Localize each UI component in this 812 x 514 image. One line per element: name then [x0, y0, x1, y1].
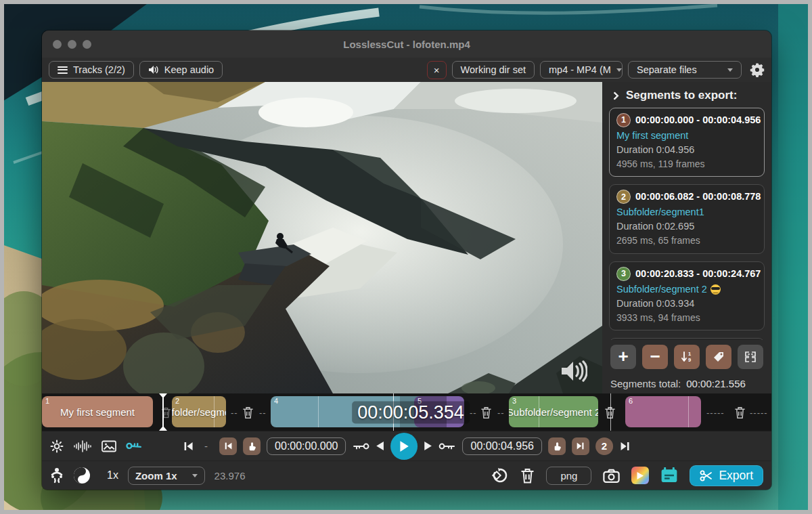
chevron-down-icon — [616, 68, 622, 72]
merge-segments-button[interactable] — [738, 345, 763, 369]
chevron-down-icon — [727, 68, 733, 72]
speaker-icon — [148, 65, 159, 74]
mute-speaker-icon[interactable] — [560, 360, 587, 383]
waveform-icon[interactable] — [74, 440, 91, 452]
output-mode-select[interactable]: Separate files — [628, 61, 742, 79]
scissors-icon — [700, 470, 713, 481]
hand-point-icon — [247, 442, 256, 451]
play-icon — [399, 440, 410, 452]
timeline-segment-6[interactable]: 6 — [625, 396, 701, 427]
segment-duration: Duration 0:04.956 — [616, 143, 757, 157]
toolbar: Tracks (2/2) Keep audio × Working dir se… — [42, 58, 771, 82]
format-select[interactable]: mp4 - MP4 (M — [540, 61, 623, 79]
gap-dashes: -- — [259, 407, 267, 417]
add-segment-button[interactable]: + — [610, 345, 636, 369]
cut-end-time-field[interactable]: 00:00:04.956 — [463, 437, 542, 455]
svg-text:1: 1 — [688, 351, 691, 357]
timeline-segment-3[interactable]: 3 Subfolder/segment 2 — [509, 396, 598, 427]
gap-dashes: -- — [470, 407, 477, 417]
keep-audio-label: Keep audio — [164, 64, 214, 75]
trash-icon[interactable] — [242, 406, 254, 419]
tracks-button[interactable]: Tracks (2/2) — [49, 61, 134, 79]
seek-next-keyframe-button[interactable] — [439, 442, 457, 451]
bottom-bar: 1x Zoom 1x 23.976 png — [42, 461, 771, 490]
segment-range: 00:00:00.000 - 00:00:04.956 — [635, 113, 761, 127]
app-window: LosslessCut - lofoten.mp4 Tracks (2/2) K… — [42, 30, 771, 490]
gap-dashes: ----- — [750, 407, 768, 417]
capture-format-button[interactable]: png — [546, 467, 591, 485]
chevron-down-icon — [192, 474, 198, 477]
gap-marker-line — [610, 393, 611, 431]
timeline-settings-gear-icon[interactable] — [50, 440, 64, 453]
segments-total: Segments total: 00:00:21.556 — [609, 374, 765, 393]
sort-segments-button[interactable]: 19 — [674, 345, 700, 369]
play-button[interactable] — [391, 433, 418, 460]
fps-value: 23.976 — [215, 470, 246, 481]
timeline[interactable]: 1 My first segment 2 Subfolder/segment1 … — [42, 393, 771, 431]
segment-card[interactable]: 3 00:00:20.833 - 00:00:24.767 Subfolder/… — [609, 261, 765, 330]
thumbnails-icon[interactable] — [102, 440, 116, 452]
segment-badge: 3 — [616, 267, 631, 281]
current-segment-badge[interactable]: 2 — [595, 437, 613, 455]
video-preview[interactable] — [42, 82, 602, 393]
segment-badge: 1 — [616, 113, 631, 127]
sort-numeric-icon: 19 — [681, 351, 693, 363]
jumpcut-person-icon[interactable] — [50, 467, 64, 484]
window-title: LosslessCut - lofoten.mp4 — [42, 39, 771, 50]
segments-panel: Segments to export: 1 00:00:00.000 - 00:… — [602, 82, 771, 393]
dash-label: - — [204, 440, 208, 452]
tracks-icon — [58, 64, 68, 75]
settings-gear-button[interactable] — [750, 62, 765, 77]
next-frame-button[interactable] — [424, 441, 433, 451]
panel-title: Segments to export: — [626, 89, 737, 102]
segments-list-toggle-button[interactable] — [660, 467, 678, 484]
playhead-cursor[interactable] — [162, 393, 164, 431]
segment-duration: Duration 0:02.695 — [616, 219, 757, 234]
keyframe-line — [318, 396, 319, 427]
set-cut-start-button[interactable] — [243, 437, 261, 455]
trash-icon[interactable] — [734, 406, 746, 419]
set-cut-end-button[interactable] — [548, 437, 566, 455]
jump-cut-end-button[interactable] — [572, 437, 589, 455]
jump-start-button[interactable] — [183, 441, 194, 452]
panel-collapse-chevron-icon[interactable] — [610, 91, 619, 100]
segment-frames: 4956 ms, 119 frames — [616, 157, 757, 171]
mini-player-button[interactable] — [631, 467, 649, 484]
timeline-segment-1[interactable]: 1 My first segment — [42, 396, 153, 427]
rotate-button[interactable] — [491, 467, 509, 484]
svg-text:9: 9 — [688, 357, 691, 363]
gap-dashes: -- — [497, 407, 505, 417]
cut-start-time-field[interactable]: 00:00:00.000 — [267, 437, 346, 455]
jump-end-button[interactable] — [619, 441, 631, 452]
sunglasses-emoji — [710, 284, 721, 295]
snapshot-camera-button[interactable] — [603, 469, 620, 483]
jump-cut-start-button[interactable] — [219, 437, 237, 455]
segment-card[interactable]: 2 00:00:06.082 - 00:00:08.778 Subfolder/… — [609, 184, 765, 253]
segments-list: 1 00:00:00.000 - 00:00:04.956 My first s… — [609, 108, 765, 340]
yin-yang-icon[interactable] — [73, 467, 91, 484]
timeline-segment-2[interactable]: 2 Subfolder/segment1 — [172, 396, 226, 427]
label-segment-button[interactable] — [706, 345, 731, 369]
remove-segment-button[interactable]: − — [642, 345, 668, 369]
seek-prev-keyframe-button[interactable] — [353, 442, 370, 451]
working-dir-button[interactable]: Working dir set — [452, 61, 535, 79]
keyframe-mode-key-icon[interactable] — [127, 439, 141, 454]
segment-duration: Duration 0:03.934 — [616, 297, 757, 311]
segment-frames: 2695 ms, 65 frames — [616, 234, 757, 247]
titlebar: LosslessCut - lofoten.mp4 — [42, 30, 771, 58]
segments-total-label: Segments total: — [610, 378, 681, 389]
gap-dashes: -- — [231, 407, 238, 417]
close-file-button[interactable]: × — [427, 61, 447, 79]
zoom-select[interactable]: Zoom 1x — [128, 467, 205, 485]
segment-name: Subfolder/segment 2 — [616, 282, 757, 297]
keep-audio-button[interactable]: Keep audio — [139, 61, 223, 79]
prev-frame-button[interactable] — [376, 441, 385, 451]
trash-icon[interactable] — [480, 406, 492, 419]
segment-card[interactable]: 1 00:00:00.000 - 00:00:04.956 My first s… — [609, 108, 765, 177]
export-button[interactable]: Export — [690, 465, 763, 486]
discard-trash-button[interactable] — [520, 467, 535, 484]
keyframe-line — [214, 396, 215, 427]
segment-frames: 3933 ms, 94 frames — [616, 311, 757, 324]
timeline-current-time: 00:00:05.354 — [352, 401, 470, 423]
segment-name: Subfolder/segment1 — [616, 205, 757, 219]
